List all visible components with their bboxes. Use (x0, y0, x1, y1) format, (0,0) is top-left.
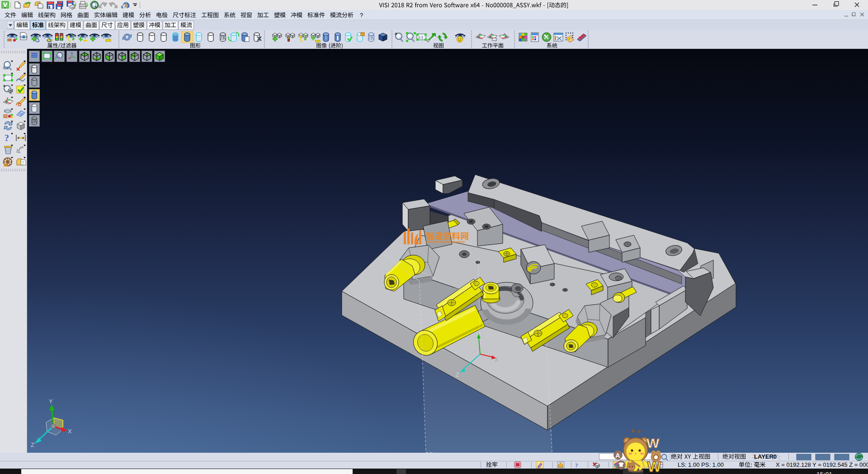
svg-text:Y: Y (49, 398, 53, 405)
svg-text:Z: Z (456, 372, 459, 378)
svg-text:X: X (495, 357, 498, 363)
svg-text:W: W (647, 459, 661, 474)
svg-text:A: A (615, 451, 620, 459)
svg-text:X: X (68, 428, 72, 435)
svg-text:Z: Z (31, 441, 34, 448)
svg-text:W: W (646, 436, 660, 450)
svg-text:?: ? (575, 462, 578, 469)
